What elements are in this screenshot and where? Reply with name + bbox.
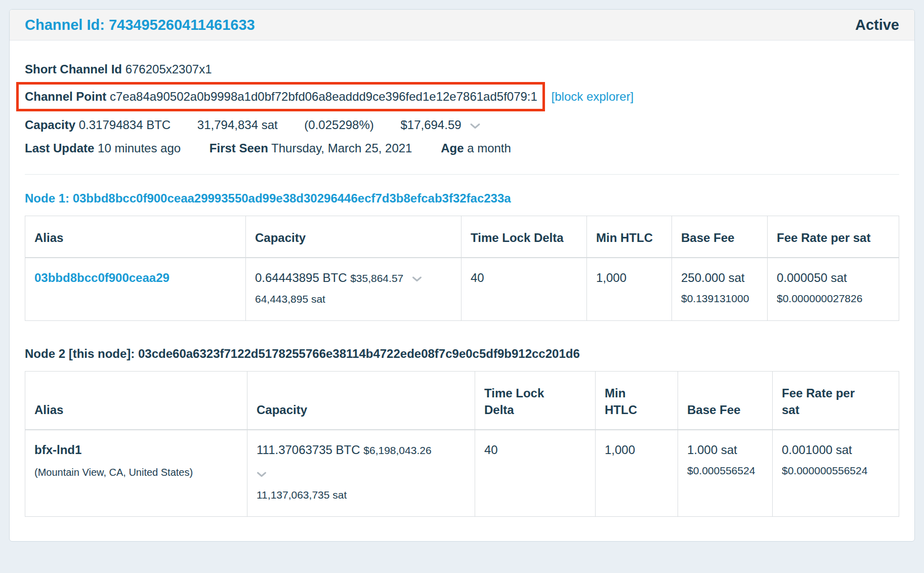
node2-base-fee: 1.000 sat — [687, 443, 737, 457]
node2-min-htlc: 1,000 — [596, 430, 678, 517]
channel-card-header: Channel Id: 743495260411461633 Active — [10, 10, 914, 40]
node1-base-fee-usd: $0.139131000 — [681, 290, 758, 307]
dates-line: Last Update 10 minutes ago First Seen Th… — [25, 140, 899, 157]
node1-fee-rate-usd: $0.000000027826 — [777, 290, 890, 307]
short-channel-id-label: Short Channel Id — [25, 62, 122, 76]
section-divider — [25, 174, 899, 175]
first-seen-label: First Seen — [209, 141, 268, 155]
age-value: a month — [467, 141, 511, 155]
chevron-down-icon[interactable] — [412, 269, 422, 286]
node2-capacity-sat: 11,137,063,735 sat — [257, 486, 466, 503]
node1-alias-link[interactable]: 03bbd8bcc0f900ceaa29 — [34, 271, 170, 284]
node2-col-fee-rate: Fee Rate per sat — [773, 372, 899, 430]
node2-heading: Node 2 [this node]: 03cde60a6323f7122d51… — [25, 345, 899, 362]
node2-header-row: Alias Capacity Time Lock Delta Min HTLC … — [25, 372, 899, 430]
channel-point-highlight: Channel Point c7ea84a90502a0b9998a1d0bf7… — [16, 82, 545, 111]
channel-point-value: c7ea84a90502a0b9998a1d0bf72bfd06a8eaddd9… — [110, 90, 537, 103]
channel-card: Channel Id: 743495260411461633 Active Sh… — [9, 9, 915, 542]
node2-base-fee-usd: $0.000556524 — [687, 462, 763, 479]
node1-col-time-lock-delta: Time Lock Delta — [461, 216, 587, 258]
channel-card-body: Short Channel Id 676205x2307x1 Channel P… — [10, 40, 914, 541]
block-explorer-link[interactable]: [block explorer] — [552, 90, 634, 103]
node2-location: (Mountain View, CA, United States) — [34, 464, 238, 481]
node2-capacity-btc: 111.37063735 BTC — [257, 443, 360, 457]
node1-capacity-sat: 64,443,895 sat — [255, 291, 452, 307]
node1-base-fee: 250.000 sat — [681, 271, 744, 284]
node2-col-alias: Alias — [25, 372, 247, 430]
capacity-btc: 0.31794834 BTC — [79, 118, 171, 132]
node1-col-fee-rate: Fee Rate per sat — [768, 216, 899, 258]
node1-data-row: 03bbd8bcc0f900ceaa29 0.64443895 BTC $35,… — [25, 258, 899, 321]
capacity-sat: 31,794,834 sat — [197, 118, 278, 132]
node2-fee-rate: 0.001000 sat — [782, 443, 852, 457]
capacity-percent: (0.025298%) — [304, 118, 373, 132]
node2-col-capacity: Capacity — [247, 372, 475, 430]
node1-time-lock-delta: 40 — [461, 258, 587, 321]
node2-col-min-htlc: Min HTLC — [596, 372, 678, 430]
node2-fee-rate-usd: $0.000000556524 — [782, 462, 890, 479]
node2-alias: bfx-lnd1 — [34, 443, 81, 457]
node2-table: Alias Capacity Time Lock Delta Min HTLC … — [25, 371, 899, 517]
node1-col-base-fee: Base Fee — [672, 216, 768, 258]
age-label: Age — [441, 141, 464, 155]
chevron-down-icon[interactable] — [257, 465, 267, 481]
capacity-label: Capacity — [25, 118, 75, 132]
node1-header-row: Alias Capacity Time Lock Delta Min HTLC … — [25, 216, 899, 258]
node1-col-capacity: Capacity — [246, 216, 461, 258]
chevron-down-icon[interactable] — [470, 116, 481, 134]
channel-point-line: Channel Point c7ea84a90502a0b9998a1d0bf7… — [25, 80, 899, 113]
node2-col-base-fee: Base Fee — [678, 372, 773, 430]
capacity-usd: $17,694.59 — [400, 118, 461, 132]
node1-col-min-htlc: Min HTLC — [587, 216, 672, 258]
node1-col-alias: Alias — [25, 216, 246, 258]
node1-min-htlc: 1,000 — [587, 258, 672, 321]
short-channel-id-value: 676205x2307x1 — [125, 62, 212, 76]
node1-capacity-btc: 0.64443895 BTC — [255, 271, 347, 284]
first-seen-value: Thursday, March 25, 2021 — [271, 141, 412, 155]
capacity-line: Capacity 0.31794834 BTC 31,794,834 sat (… — [25, 116, 899, 134]
short-channel-id-line: Short Channel Id 676205x2307x1 — [25, 61, 899, 78]
channel-point-label: Channel Point — [25, 90, 106, 103]
channel-status-badge: Active — [855, 17, 899, 33]
node2-col-time-lock-delta: Time Lock Delta — [475, 372, 596, 430]
node2-time-lock-delta: 40 — [475, 430, 596, 517]
node1-capacity-usd: $35,864.57 — [350, 272, 403, 284]
node2-capacity-usd: $6,198,043.26 — [363, 444, 431, 456]
channel-id-title-link[interactable]: Channel Id: 743495260411461633 — [25, 17, 255, 33]
node2-data-row: bfx-lnd1 (Mountain View, CA, United Stat… — [25, 430, 899, 517]
last-update-label: Last Update — [25, 141, 94, 155]
last-update-value: 10 minutes ago — [98, 141, 181, 155]
node1-heading-link[interactable]: Node 1: 03bbd8bcc0f900ceaa29993550ad99e3… — [25, 190, 899, 207]
node1-fee-rate: 0.000050 sat — [777, 271, 847, 284]
node1-table: Alias Capacity Time Lock Delta Min HTLC … — [25, 216, 899, 321]
